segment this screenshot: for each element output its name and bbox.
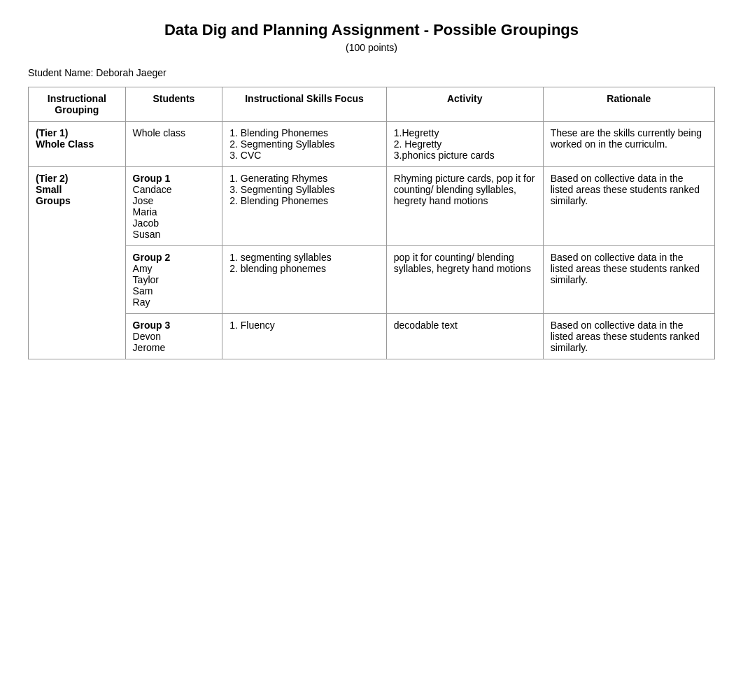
- tier2-group3-row: Group 3 Devon Jerome 1. Fluency decodabl…: [29, 314, 715, 359]
- header-activity: Activity: [386, 87, 543, 122]
- group3-activity: decodable text: [386, 314, 543, 359]
- tier1-row: (Tier 1)Whole Class Whole class 1. Blend…: [29, 122, 715, 167]
- group3-students: Group 3 Devon Jerome: [125, 314, 222, 359]
- header-students: Students: [125, 87, 222, 122]
- tier1-grouping: (Tier 1)Whole Class: [29, 122, 126, 167]
- tier1-skills: 1. Blending Phonemes 2. Segmenting Sylla…: [222, 122, 387, 167]
- student-name-key: Student Name:: [28, 67, 93, 78]
- groupings-table: Instructional Grouping Students Instruct…: [28, 87, 715, 359]
- student-name-value: Deborah Jaeger: [96, 67, 166, 78]
- tier1-label: (Tier 1)Whole Class: [36, 127, 94, 150]
- tier2-grouping: (Tier 2)SmallGroups: [29, 167, 126, 359]
- group1-skills: 1. Generating Rhymes 3. Segmenting Sylla…: [222, 167, 387, 246]
- tier2-group2-row: Group 2 Amy Taylor Sam Ray 1. segmenting…: [29, 246, 715, 314]
- tier2-label: (Tier 2)SmallGroups: [36, 173, 71, 206]
- group1-students: Group 1 Candace Jose Maria Jacob Susan: [125, 167, 222, 246]
- group1-label: Group 1: [133, 173, 171, 184]
- table-header-row: Instructional Grouping Students Instruct…: [29, 87, 715, 122]
- group2-rationale: Based on collective data in the listed a…: [543, 246, 714, 314]
- page-subtitle: (100 points): [28, 42, 715, 53]
- group3-rationale: Based on collective data in the listed a…: [543, 314, 714, 359]
- tier1-students: Whole class: [125, 122, 222, 167]
- group1-activity: Rhyming picture cards, pop it for counti…: [386, 167, 543, 246]
- header-grouping: Instructional Grouping: [29, 87, 126, 122]
- group2-students: Group 2 Amy Taylor Sam Ray: [125, 246, 222, 314]
- page-title: Data Dig and Planning Assignment - Possi…: [28, 21, 715, 39]
- student-name-label: Student Name: Deborah Jaeger: [28, 67, 715, 78]
- header-skills: Instructional Skills Focus: [222, 87, 387, 122]
- tier2-group1-row: (Tier 2)SmallGroups Group 1 Candace Jose…: [29, 167, 715, 246]
- group2-activity: pop it for counting/ blending syllables,…: [386, 246, 543, 314]
- group1-rationale: Based on collective data in the listed a…: [543, 167, 714, 246]
- group2-label: Group 2: [133, 252, 171, 263]
- group3-skills: 1. Fluency: [222, 314, 387, 359]
- tier1-activity: 1.Hegretty 2. Hegretty 3.phonics picture…: [386, 122, 543, 167]
- tier1-rationale: These are the skills currently being wor…: [543, 122, 714, 167]
- header-rationale: Rationale: [543, 87, 714, 122]
- group3-label: Group 3: [133, 320, 171, 331]
- group2-skills: 1. segmenting syllables 2. blending phon…: [222, 246, 387, 314]
